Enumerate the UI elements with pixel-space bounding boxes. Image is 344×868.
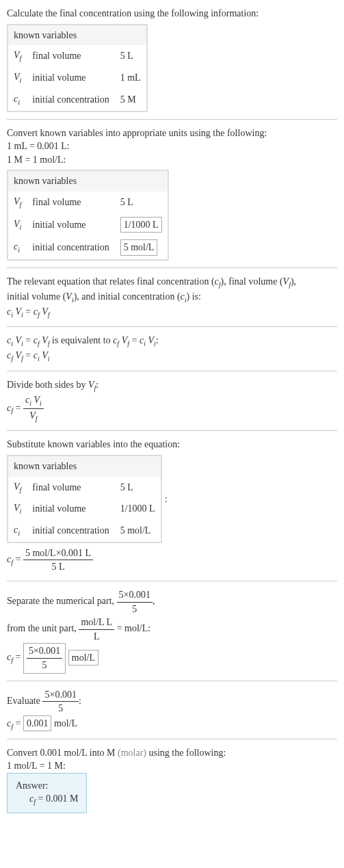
t: Separate the numerical part, xyxy=(7,596,117,606)
table-row: Vi initial volume 1/1000 L xyxy=(8,498,161,520)
step-7: Separate the numerical part, 5×0.001 5 ,… xyxy=(7,588,337,674)
line: initial volume (Vi), and initial concent… xyxy=(7,290,337,305)
sub: i xyxy=(20,77,22,84)
cell: 5 L xyxy=(115,192,168,213)
step-1: Calculate the final concentration using … xyxy=(7,7,337,112)
cell: 1 mL xyxy=(115,67,147,89)
t: Convert 0.001 mol/L into M xyxy=(7,748,118,758)
cell: final volume xyxy=(27,45,114,67)
denominator: 5 xyxy=(42,702,78,715)
line: 1 M = 1 mol/L: xyxy=(7,153,337,167)
divider xyxy=(7,326,337,327)
line: ci Vi = cf Vf is equivalent to cf Vf = c… xyxy=(7,334,337,349)
cell: ci xyxy=(8,89,27,111)
step1-intro: Calculate the final concentration using … xyxy=(7,7,337,21)
cell: final volume xyxy=(27,192,114,213)
equation: cf = 0.001 mol/L xyxy=(7,715,337,732)
step-4: ci Vi = cf Vf is equivalent to cf Vf = c… xyxy=(7,334,337,364)
divider xyxy=(7,119,337,120)
t: : xyxy=(79,696,81,706)
step-9: Convert 0.001 mol/L into M (molar) using… xyxy=(7,746,337,814)
cell: 5 M xyxy=(115,89,147,111)
cell: initial volume xyxy=(27,213,114,237)
equation: cf Vf = ci Vi xyxy=(7,349,337,364)
line: from the unit part, mol/L L L = mol/L: xyxy=(7,616,337,643)
colon: : xyxy=(165,492,168,506)
table-header-row: known variables xyxy=(8,25,147,46)
t: ), xyxy=(291,276,296,287)
line: Divide both sides by Vf: xyxy=(7,378,337,393)
cell: 5 mol/L xyxy=(115,520,161,542)
cell: Vi xyxy=(8,67,27,89)
cell: final volume xyxy=(27,477,114,499)
table-header: known variables xyxy=(8,170,168,192)
boxed-value: 5 mol/L xyxy=(120,239,158,256)
divider xyxy=(7,430,337,431)
t: ), final volume ( xyxy=(221,276,283,287)
t: , xyxy=(153,596,155,606)
answer-equation: cf = 0.001 M xyxy=(16,792,78,807)
known-variables-table-2: known variables Vf final volume 5 L Vi i… xyxy=(7,170,169,261)
answer-label: Answer: xyxy=(16,779,78,793)
numerator: 5 mol/L×0.001 L xyxy=(23,547,93,561)
t: from the unit part, xyxy=(7,624,79,634)
step-8: Evaluate 5×0.001 5 : cf = 0.001 mol/L xyxy=(7,688,337,732)
t: is equivalent to xyxy=(50,335,114,345)
table-row: Vi initial volume 1 mL xyxy=(8,67,147,89)
cell: initial volume xyxy=(27,498,114,520)
cell: Vf xyxy=(8,477,27,499)
numerator: 5×0.001 xyxy=(42,688,78,702)
cell: ci xyxy=(8,236,27,260)
boxed-value: 5×0.001 5 xyxy=(23,643,66,673)
cell: 1/1000 L xyxy=(115,213,168,237)
divider xyxy=(7,267,337,268)
divider xyxy=(7,681,337,681)
table-header: known variables xyxy=(8,456,161,477)
t: using the following: xyxy=(146,748,226,758)
table-row: Vf final volume 5 L xyxy=(8,192,168,213)
denominator: L xyxy=(79,630,114,644)
t: = mol/L: xyxy=(114,624,150,634)
unit: mol/L xyxy=(51,718,77,728)
table-row: Vf final volume 5 L xyxy=(8,45,147,67)
line: Convert known variables into appropriate… xyxy=(7,127,337,140)
cell: initial concentration xyxy=(27,236,114,260)
cell: 5 L xyxy=(115,45,147,67)
denominator: 5 xyxy=(27,659,62,672)
equation: cf = ci Vi Vf xyxy=(7,393,337,424)
sub: f xyxy=(20,55,22,62)
cell: Vf xyxy=(8,45,27,67)
table-with-colon: known variables Vf final volume 5 L Vi i… xyxy=(7,451,337,547)
t: Evaluate xyxy=(7,696,42,706)
table-header-row: known variables xyxy=(8,456,161,477)
var: V xyxy=(14,50,20,60)
var: V xyxy=(14,72,20,82)
numerator: mol/L L xyxy=(79,616,114,630)
table-row: ci initial concentration 5 mol/L xyxy=(8,236,168,260)
fraction: ci Vi Vf xyxy=(23,393,44,424)
fraction: mol/L L L xyxy=(79,616,114,643)
step-6: Substitute known variables into the equa… xyxy=(7,438,337,574)
answer-value: = 0.001 M xyxy=(36,793,78,804)
line: Convert 0.001 mol/L into M (molar) using… xyxy=(7,746,337,760)
t: : xyxy=(156,335,159,345)
cell: ci xyxy=(8,520,27,542)
line: 1 mL = 0.001 L: xyxy=(7,140,337,153)
cell: 1/1000 L xyxy=(115,498,161,520)
gray-text: (molar) xyxy=(118,748,146,758)
table-row: ci initial concentration 5 M xyxy=(8,89,147,111)
cell: initial concentration xyxy=(27,89,114,111)
line: 1 mol/L = 1 M: xyxy=(7,759,337,773)
line: The relevant equation that relates final… xyxy=(7,275,337,290)
known-variables-table-3: known variables Vf final volume 5 L Vi i… xyxy=(7,455,162,543)
cell: initial volume xyxy=(27,67,114,89)
t: initial volume ( xyxy=(7,291,66,302)
step-5: Divide both sides by Vf: cf = ci Vi Vf xyxy=(7,378,337,423)
divider xyxy=(7,739,337,739)
known-variables-table-1: known variables Vf final volume 5 L Vi i… xyxy=(7,24,148,112)
divider xyxy=(7,371,337,371)
t: ), and initial concentration ( xyxy=(74,291,181,302)
table-header: known variables xyxy=(8,25,147,46)
boxed-value: 0.001 xyxy=(23,715,52,732)
t: : xyxy=(96,380,98,390)
